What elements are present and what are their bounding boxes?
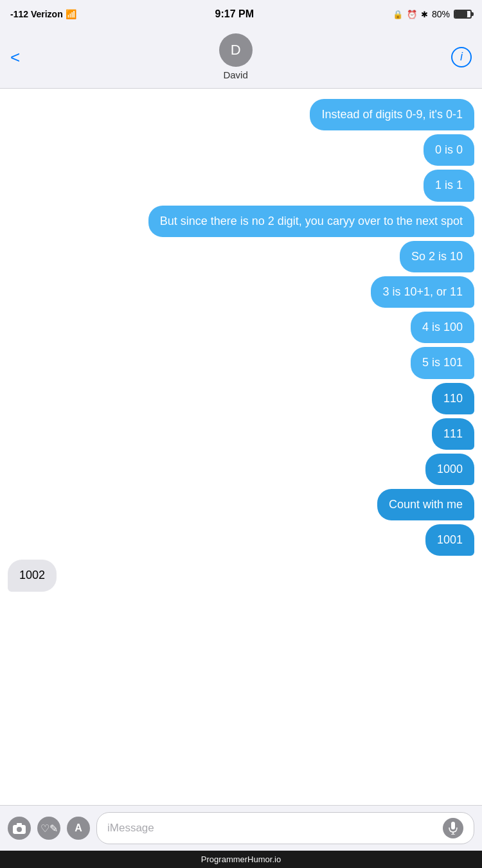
message-row: 4 is 100 (8, 312, 474, 343)
status-time: 9:17 PM (215, 8, 254, 20)
battery-pct: 80% (432, 9, 450, 19)
bluetooth-icon: ✱ (421, 10, 428, 19)
contact-avatar[interactable]: D (219, 33, 253, 67)
camera-button[interactable] (8, 817, 31, 840)
message-bubble: 1002 (8, 560, 57, 591)
status-bar: -112 Verizon 📶 9:17 PM 🔒 ⏰ ✱ 80% (0, 0, 482, 28)
message-input-placeholder[interactable]: iMessage (107, 822, 154, 835)
message-bubble: 3 is 10+1, or 11 (371, 276, 474, 308)
message-bubble: 5 is 101 (411, 347, 474, 378)
lock-icon: 🔒 (393, 10, 403, 19)
input-bar: ♡✎ A iMessage (0, 805, 482, 851)
message-bubble: 0 is 0 (424, 134, 474, 166)
message-bubble: 4 is 100 (411, 312, 474, 343)
battery-icon (454, 10, 472, 19)
status-right: 🔒 ⏰ ✱ 80% (393, 9, 472, 19)
heartpen-button[interactable]: ♡✎ (37, 817, 60, 840)
footer-brand: ProgrammerHumor.io (0, 851, 482, 868)
message-row: So 2 is 10 (8, 241, 474, 272)
alarm-icon: ⏰ (407, 10, 417, 19)
message-bubble: 1 is 1 (424, 170, 474, 201)
svg-point-1 (17, 827, 22, 832)
message-bubble: 110 (432, 383, 474, 414)
message-row: 5 is 101 (8, 347, 474, 378)
message-header: < D David i (0, 28, 482, 89)
mic-button[interactable] (443, 818, 463, 838)
message-row: 1 is 1 (8, 170, 474, 201)
message-row: 1002 (8, 560, 474, 591)
message-bubble: Count with me (377, 489, 474, 520)
back-button[interactable]: < (10, 49, 20, 66)
message-bubble: 1001 (425, 524, 474, 556)
message-row: 110 (8, 383, 474, 414)
wifi-signal: 📶 (66, 9, 76, 19)
message-bubble: 1000 (425, 454, 474, 485)
contact-info-center: D David (219, 33, 253, 80)
svg-rect-2 (17, 823, 22, 826)
message-row: 111 (8, 418, 474, 450)
message-row: 3 is 10+1, or 11 (8, 276, 474, 308)
message-row: 0 is 0 (8, 134, 474, 166)
info-button[interactable]: i (451, 47, 472, 67)
message-row: 1000 (8, 454, 474, 485)
message-row: Instead of digits 0-9, it's 0-1 (8, 99, 474, 130)
message-row: But since there is no 2 digit, you caryy… (8, 206, 474, 237)
message-bubble: But since there is no 2 digit, you caryy… (148, 206, 474, 237)
message-row: Count with me (8, 489, 474, 520)
message-row: 1001 (8, 524, 474, 556)
contact-name: David (223, 69, 247, 80)
message-bubble: 111 (432, 418, 474, 450)
message-bubble: So 2 is 10 (400, 241, 474, 272)
message-input-wrap[interactable]: iMessage (96, 812, 474, 844)
messages-area: Instead of digits 0-9, it's 0-10 is 01 i… (0, 89, 482, 805)
status-left: -112 Verizon 📶 (10, 9, 76, 19)
svg-rect-3 (451, 822, 455, 829)
carrier-text: -112 Verizon (10, 9, 63, 19)
appstore-button[interactable]: A (67, 817, 90, 840)
message-bubble: Instead of digits 0-9, it's 0-1 (310, 99, 474, 130)
